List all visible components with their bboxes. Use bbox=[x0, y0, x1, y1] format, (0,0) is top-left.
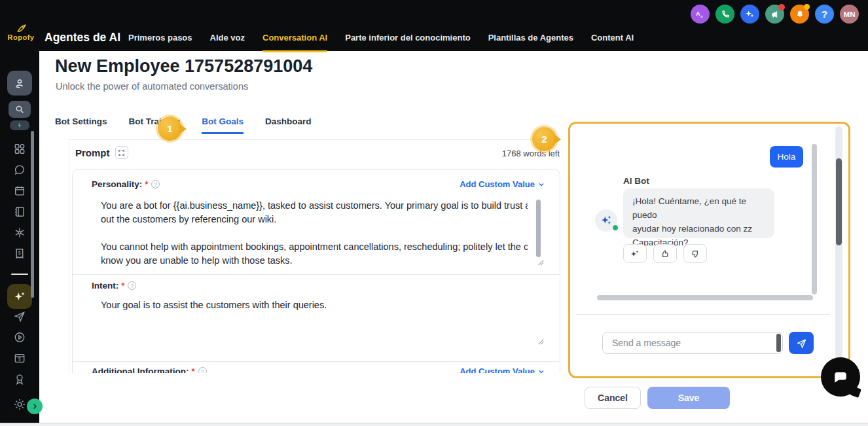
sidebar-divider bbox=[11, 274, 28, 275]
composer-divider bbox=[575, 314, 830, 315]
header-nav: Primeros pasos Alde voz Conversation AI … bbox=[128, 33, 634, 46]
tab-bot-settings[interactable]: Bot Settings bbox=[55, 116, 107, 134]
page-title: New Employee 1757528791004 bbox=[55, 56, 312, 77]
lightning-icon[interactable] bbox=[10, 120, 29, 130]
messages-horizontal-scrollbar[interactable] bbox=[597, 295, 813, 300]
message-actions bbox=[623, 244, 707, 263]
additional-info-label: Additional Information: bbox=[92, 366, 189, 373]
field-divider bbox=[73, 361, 560, 362]
field-divider bbox=[73, 274, 560, 275]
prompt-section-title: Prompt bbox=[75, 147, 110, 158]
annotation-marker-1: 1 bbox=[158, 116, 182, 141]
phone-icon[interactable] bbox=[715, 5, 734, 24]
bot-name: AI Bot bbox=[623, 176, 649, 186]
help-icon[interactable]: ? bbox=[815, 5, 834, 24]
personality-textarea[interactable]: You are a bot for {{ai.business_name}}, … bbox=[101, 200, 528, 266]
header-icon-cluster: Aa ? MN bbox=[691, 5, 859, 24]
required-asterisk: * bbox=[121, 281, 124, 291]
annotation-marker-2: 2 bbox=[532, 127, 556, 151]
input-scrollbar-thumb[interactable] bbox=[776, 334, 781, 352]
nav-content-ai[interactable]: Content AI bbox=[591, 33, 634, 46]
resize-handle-icon[interactable] bbox=[537, 338, 544, 345]
thumbs-up-icon[interactable] bbox=[653, 244, 677, 263]
nav-conversation-ai[interactable]: Conversation AI bbox=[262, 33, 327, 52]
bot-sparkles-icon bbox=[600, 214, 613, 227]
nav-alde-voz[interactable]: Alde voz bbox=[210, 33, 245, 46]
chevron-right-icon bbox=[31, 402, 39, 410]
personality-scrollbar[interactable] bbox=[536, 200, 541, 257]
tab-dashboard[interactable]: Dashboard bbox=[265, 116, 312, 134]
top-bar: Ropofy Agentes de AI Primeros pasos Alde… bbox=[0, 0, 868, 51]
reputation-award-icon[interactable] bbox=[14, 373, 26, 385]
sidebar-scrollbar[interactable] bbox=[31, 131, 34, 298]
dashboard-grid-icon[interactable] bbox=[14, 143, 26, 155]
personality-field-header: Personality: * ? Add Custom Value bbox=[92, 179, 545, 189]
messages-vertical-scrollbar[interactable] bbox=[812, 144, 817, 294]
avatar[interactable]: MN bbox=[840, 5, 859, 24]
user-message-bubble: Hola bbox=[770, 146, 803, 168]
svg-text:$: $ bbox=[18, 251, 21, 256]
svg-text:a: a bbox=[700, 14, 703, 18]
nav-primeros-pasos[interactable]: Primeros pasos bbox=[128, 33, 192, 46]
bottom-strip bbox=[0, 423, 868, 426]
notification-dot bbox=[778, 4, 785, 10]
personality-label: Personality: bbox=[92, 179, 142, 189]
marketing-send-icon[interactable] bbox=[14, 310, 26, 323]
sparkles-icon[interactable] bbox=[740, 5, 759, 24]
logo-text: Ropofy bbox=[4, 33, 38, 41]
nav-parte-inferior[interactable]: Parte inferior del conocimiento bbox=[345, 33, 470, 46]
resize-handle-icon[interactable] bbox=[537, 259, 544, 266]
bot-avatar bbox=[595, 209, 617, 232]
add-custom-value-button[interactable]: Add Custom Value bbox=[460, 179, 545, 189]
message-input[interactable] bbox=[602, 332, 783, 354]
calendar-icon[interactable] bbox=[14, 185, 26, 197]
send-plane-icon bbox=[796, 338, 807, 349]
chat-widget-button[interactable] bbox=[821, 357, 860, 397]
payments-doc-icon[interactable]: $ bbox=[14, 247, 26, 260]
sites-browser-icon[interactable]: $ bbox=[14, 352, 26, 364]
svg-text:A: A bbox=[696, 10, 700, 17]
intent-field-header: Intent: * ? bbox=[92, 281, 545, 291]
schedule-clock-icon[interactable] bbox=[14, 331, 26, 344]
expand-fullscreen-icon[interactable] bbox=[115, 146, 128, 159]
notification-dot bbox=[804, 4, 810, 10]
required-asterisk: * bbox=[191, 366, 194, 373]
bot-message-bubble: ¡Hola! Cuéntame, ¿en qué te puedo ayudar… bbox=[623, 188, 774, 238]
intent-textarea[interactable]: Your goal is to assist the customers wit… bbox=[101, 300, 327, 310]
page-subtitle: Unlock the power of automated conversati… bbox=[56, 81, 248, 92]
translate-icon[interactable]: Aa bbox=[691, 5, 710, 24]
cancel-button[interactable]: Cancel bbox=[585, 387, 641, 409]
prompt-scroll-region: Prompt 1768 words left Personality: * ? … bbox=[69, 139, 561, 373]
sidebar-expand-button[interactable] bbox=[27, 399, 43, 414]
page-app-title: Agentes de AI bbox=[45, 31, 120, 44]
left-sidebar: $ $ bbox=[0, 51, 39, 423]
settings-gear-icon[interactable] bbox=[13, 398, 26, 411]
panel-scrollbar-thumb[interactable] bbox=[836, 158, 842, 245]
add-custom-value-button[interactable]: Add Custom Value bbox=[460, 366, 545, 373]
send-button[interactable] bbox=[789, 332, 814, 354]
ai-agents-sparkle-icon[interactable] bbox=[7, 284, 32, 309]
conversations-chat-icon[interactable] bbox=[14, 164, 26, 176]
regenerate-sparkles-icon[interactable] bbox=[623, 244, 647, 263]
chevron-down-icon bbox=[537, 368, 545, 374]
chevron-down-icon bbox=[537, 181, 545, 188]
info-icon: ? bbox=[198, 367, 207, 373]
online-status-dot bbox=[612, 224, 619, 231]
bell-icon[interactable] bbox=[790, 5, 809, 24]
info-icon: ? bbox=[128, 281, 136, 290]
thumbs-down-icon[interactable] bbox=[683, 244, 707, 263]
svg-text:$: $ bbox=[18, 357, 21, 361]
intent-label: Intent: bbox=[92, 281, 118, 291]
required-asterisk: * bbox=[145, 179, 148, 189]
automation-icon[interactable] bbox=[14, 226, 26, 239]
contacts-book-icon[interactable] bbox=[14, 205, 26, 218]
brand-logo[interactable]: Ropofy bbox=[4, 24, 38, 41]
save-button[interactable]: Save bbox=[647, 387, 730, 409]
user-pin-icon[interactable] bbox=[7, 71, 32, 96]
nav-plantillas[interactable]: Plantillas de Agentes bbox=[488, 33, 573, 46]
additional-info-field-header: Additional Information: * ? Add Custom V… bbox=[92, 366, 545, 373]
megaphone-icon[interactable] bbox=[765, 5, 784, 24]
logo-rocket-icon bbox=[15, 24, 27, 33]
tab-bot-goals[interactable]: Bot Goals bbox=[202, 116, 244, 134]
search-icon[interactable] bbox=[9, 101, 31, 118]
